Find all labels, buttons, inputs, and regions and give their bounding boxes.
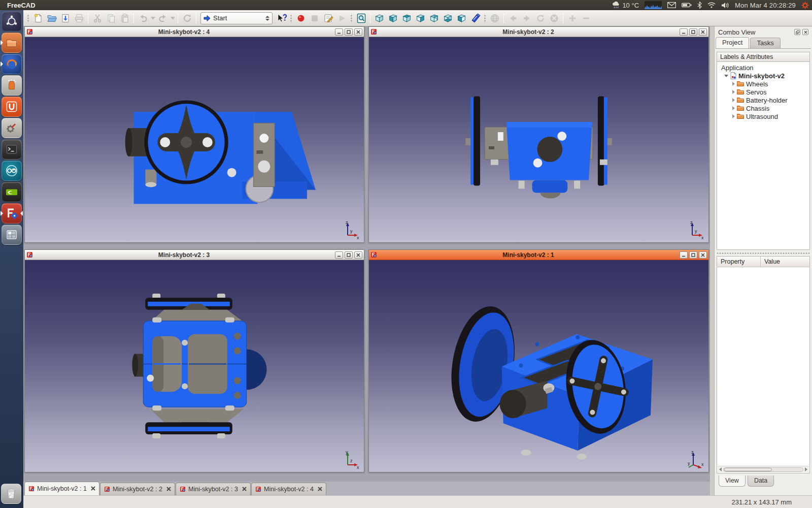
- redo-dropdown-arrow[interactable]: [170, 12, 176, 25]
- window-titlebar[interactable]: Mini-skybot-v2 : 2: [369, 27, 708, 37]
- copy-button[interactable]: [104, 12, 118, 25]
- expander-closed-icon[interactable]: [732, 82, 735, 86]
- new-document-button[interactable]: [31, 12, 45, 25]
- maximize-button[interactable]: [689, 28, 697, 36]
- toolbar-drag-handle[interactable]: [484, 14, 486, 23]
- undo-button[interactable]: [136, 12, 150, 25]
- document-tab-4[interactable]: Mini-skybot-v2 : 4: [251, 483, 326, 495]
- tab-close-icon[interactable]: [91, 485, 95, 492]
- refresh-button[interactable]: [180, 12, 194, 25]
- minimize-button[interactable]: [680, 251, 688, 259]
- nav-back-button[interactable]: [506, 12, 520, 25]
- maximize-button[interactable]: [689, 251, 697, 259]
- toolbar-drag-handle[interactable]: [290, 14, 292, 23]
- close-button[interactable]: [699, 28, 707, 36]
- window-titlebar[interactable]: Mini-skybot-v2 : 4: [25, 27, 364, 37]
- scrollbar-track[interactable]: [723, 467, 803, 472]
- scrollbar-thumb[interactable]: [724, 468, 772, 471]
- launcher-item-files[interactable]: [2, 33, 22, 53]
- zoom-out-button[interactable]: [579, 12, 593, 25]
- launcher-item-arduino[interactable]: [2, 161, 22, 181]
- tree-item-battery-holder[interactable]: Battery-holder: [718, 96, 808, 104]
- view-front-button[interactable]: [386, 12, 400, 25]
- redo-button[interactable]: [156, 12, 170, 25]
- paste-button[interactable]: [118, 12, 131, 25]
- tab-view[interactable]: View: [719, 475, 746, 487]
- view-right-button[interactable]: [414, 12, 427, 25]
- 3d-viewport-4[interactable]: z y x: [25, 37, 364, 242]
- maximize-button[interactable]: [345, 28, 353, 36]
- weather-indicator[interactable]: 10 °C: [612, 2, 639, 9]
- window-titlebar-active[interactable]: Mini-skybot-v2 : 1: [369, 250, 708, 260]
- mail-indicator-icon[interactable]: [667, 2, 676, 8]
- view-axonometric-button[interactable]: [373, 12, 386, 25]
- tab-tasks[interactable]: Tasks: [750, 38, 780, 48]
- horizontal-scrollbar[interactable]: [718, 466, 809, 472]
- maximize-button[interactable]: [345, 251, 353, 259]
- document-tab-1[interactable]: Mini-skybot-v2 : 1: [24, 482, 99, 495]
- nav-refresh-button[interactable]: [533, 12, 547, 25]
- tab-data[interactable]: Data: [748, 475, 774, 487]
- tab-close-icon[interactable]: [166, 486, 171, 493]
- fit-all-button[interactable]: [354, 12, 368, 25]
- launcher-item-system-settings[interactable]: [2, 118, 22, 138]
- volume-indicator-icon[interactable]: [721, 2, 729, 9]
- tab-close-icon[interactable]: [242, 486, 247, 493]
- wifi-indicator-icon[interactable]: [707, 2, 716, 8]
- measure-distance-button[interactable]: [468, 12, 482, 25]
- tree-item-document[interactable]: Mini-skybot-v2: [718, 72, 808, 80]
- cut-button[interactable]: [90, 12, 104, 25]
- clock[interactable]: Mon Mar 4 20:28:29: [735, 2, 796, 9]
- view-rear-button[interactable]: [427, 12, 441, 25]
- scroll-right-icon[interactable]: [805, 467, 807, 471]
- tree-item-chassis[interactable]: Chassis: [718, 104, 808, 112]
- 3d-viewport-3[interactable]: y z x: [25, 260, 364, 472]
- tree-item-servos[interactable]: Servos: [718, 88, 808, 96]
- 3d-viewport-2[interactable]: z y x: [369, 37, 708, 242]
- document-tab-3[interactable]: Mini-skybot-v2 : 3: [176, 483, 251, 495]
- tab-project[interactable]: Project: [716, 37, 749, 48]
- save-document-button[interactable]: [58, 12, 72, 25]
- macro-record-button[interactable]: [294, 12, 308, 25]
- launcher-item-workspace-switcher[interactable]: [2, 225, 22, 245]
- window-titlebar[interactable]: Mini-skybot-v2 : 3: [25, 250, 364, 260]
- expander-closed-icon[interactable]: [732, 106, 735, 110]
- nav-forward-button[interactable]: [520, 12, 533, 25]
- 3d-viewport-1[interactable]: z y x: [369, 260, 708, 472]
- tree-item-application[interactable]: Application: [718, 64, 808, 72]
- panel-splitter[interactable]: [717, 251, 810, 255]
- scroll-left-icon[interactable]: [719, 467, 722, 471]
- document-tab-2[interactable]: Mini-skybot-v2 : 2: [100, 483, 175, 495]
- zoom-in-button[interactable]: [565, 12, 579, 25]
- expander-open-icon[interactable]: [724, 75, 728, 77]
- close-button[interactable]: [354, 28, 362, 36]
- view-left-button[interactable]: [455, 12, 468, 25]
- launcher-item-ubuntu-one[interactable]: [2, 97, 22, 117]
- macro-play-button[interactable]: [335, 12, 349, 25]
- launcher-item-firefox[interactable]: [2, 54, 22, 74]
- value-column-header[interactable]: Value: [761, 257, 809, 267]
- expander-closed-icon[interactable]: [732, 114, 735, 118]
- launcher-item-software-center[interactable]: [2, 75, 22, 96]
- tree-item-ultrasound[interactable]: Ultrasound: [718, 112, 808, 120]
- property-column-header[interactable]: Property: [717, 257, 761, 267]
- web-browser-button[interactable]: [488, 12, 501, 25]
- expander-closed-icon[interactable]: [732, 98, 735, 102]
- expander-closed-icon[interactable]: [732, 90, 735, 94]
- float-panel-icon[interactable]: [794, 29, 800, 35]
- view-top-button[interactable]: [400, 12, 414, 25]
- launcher-item-ubuntu-dash[interactable]: [2, 11, 22, 31]
- launcher-item-trash[interactable]: [1, 484, 21, 504]
- launcher-item-nvidia-settings[interactable]: [2, 182, 22, 202]
- toolbar-drag-handle[interactable]: [27, 14, 29, 23]
- macro-edit-button[interactable]: [321, 12, 335, 25]
- session-gear-icon[interactable]: [801, 2, 809, 9]
- tab-close-icon[interactable]: [318, 486, 322, 493]
- macro-stop-button[interactable]: [308, 12, 321, 25]
- tree-item-wheels[interactable]: Wheels: [718, 80, 808, 88]
- launcher-item-freecad[interactable]: [2, 203, 22, 224]
- undo-dropdown-arrow[interactable]: [150, 12, 156, 25]
- minimize-button[interactable]: [335, 28, 343, 36]
- view-bottom-button[interactable]: [441, 12, 455, 25]
- nav-stop-button[interactable]: [547, 12, 561, 25]
